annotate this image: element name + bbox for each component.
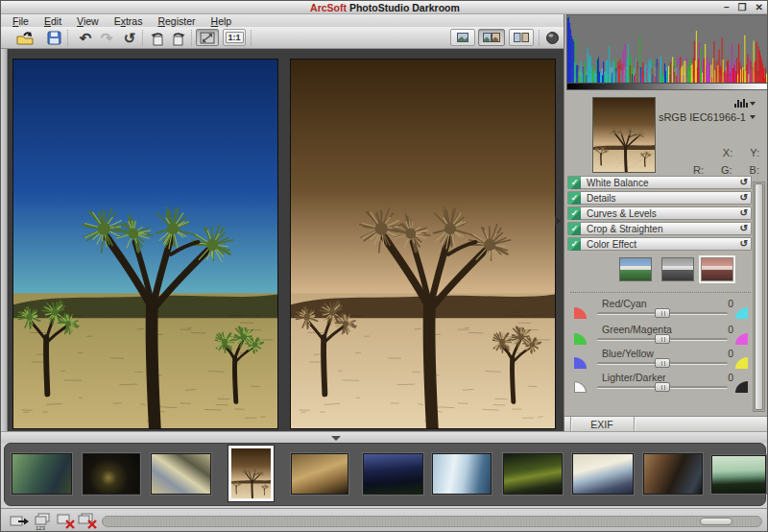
open-folder-icon [15,31,35,46]
photo-before-color[interactable] [12,59,278,429]
reset-icon[interactable] [740,238,748,249]
actual-size-label: 1:1 [226,32,244,43]
revert-button[interactable]: ↺ [120,29,139,47]
app-name: PhotoStudio Darkroom [347,2,460,13]
menu-item-view[interactable]: View [69,15,107,27]
g-label: G: [721,164,732,176]
slider-thumb[interactable] [655,308,670,318]
section-details[interactable]: Details [567,191,752,205]
yellow-swatch [735,357,748,369]
filmstrip-thumb-rusty-machine[interactable] [643,453,703,495]
menu-item-edit[interactable]: Edit [36,15,69,27]
add-files-button[interactable] [10,513,31,530]
joshua-scene [291,60,555,428]
menu-item-help[interactable]: Help [204,15,240,27]
slider-track[interactable] [597,338,728,341]
slider-label: Blue/Yellow [602,348,654,359]
filmstrip-thumb-night-glow[interactable] [83,453,140,495]
magenta-swatch [735,333,748,345]
filmstrip-thumb-waterfall[interactable] [432,453,492,495]
histogram-mode-dropdown[interactable] [734,97,763,109]
slider-thumb[interactable] [655,382,670,392]
svg-text:123: 123 [36,525,46,531]
reset-icon[interactable] [740,223,748,233]
toolbar-separator [539,30,540,46]
add-files-icon [10,513,31,530]
filmstrip-thumb-night-city[interactable] [363,453,423,495]
color-profile-dropdown[interactable]: sRGB IEC61966-1 [659,111,756,123]
filmstrip-thumb-green-vats[interactable] [503,453,563,495]
batch-process-button[interactable]: 123 [34,513,55,530]
slider-track[interactable] [597,362,728,365]
split-view-button[interactable] [509,29,534,46]
y-label: Y: [750,147,759,158]
histogram [567,15,767,83]
fit-to-screen-button[interactable] [196,29,219,46]
preset-sepia[interactable] [701,257,733,281]
help-button[interactable] [543,29,561,47]
filmstrip-thumb-pale-landscape[interactable] [711,455,766,494]
b-label: B: [750,164,759,176]
rotate-left-button[interactable] [147,29,168,47]
open-button[interactable] [14,29,36,47]
toolbar-separator [251,30,252,46]
section-crop-straighten[interactable]: Crop & Straighten [567,222,752,235]
redo-button[interactable]: ↷ [97,29,116,47]
panel-collapse-handle[interactable] [555,213,563,229]
menu-item-extras[interactable]: Extras [107,15,151,27]
reset-icon[interactable] [740,192,748,203]
menu-item-file[interactable]: File [5,15,36,27]
remove-all-icon [78,513,99,530]
close-button[interactable]: ✕ [756,3,763,12]
section-white-balance[interactable]: White Balance [567,176,752,189]
remove-photo-icon [57,513,78,530]
section-curves-levels[interactable]: Curves & Levels [567,206,752,220]
filmstrip-thumb-joshua-sepia[interactable] [228,446,274,501]
photo-after-sepia[interactable] [290,59,556,429]
filmstrip-divider[interactable] [1,431,768,443]
slider-track[interactable] [597,386,728,389]
compare-view-button[interactable] [478,29,505,46]
panel-scrollbar[interactable] [753,181,765,412]
section-color-effect[interactable]: Color Effect [567,237,752,251]
filmstrip-thumb-airplane-bins[interactable] [572,453,634,495]
joshua-scene [13,60,277,428]
scrollbar-thumb[interactable] [700,518,732,525]
filmstrip-thumb-cave-dwelling[interactable] [291,453,348,495]
rotate-right-button[interactable] [168,29,189,47]
exif-tab[interactable]: EXIF [571,419,633,430]
actual-size-button[interactable]: 1:1 [223,29,246,46]
save-floppy-icon [47,31,61,45]
filmstrip-thumb-garden-green[interactable] [12,453,72,495]
toolbar-separator [142,30,143,46]
canvas-left-edge [1,49,8,431]
color-profile-label: sRGB IEC61966-1 [659,111,746,123]
reset-icon[interactable] [740,177,748,187]
single-view-button[interactable] [450,29,475,46]
reset-icon[interactable] [740,207,748,218]
remove-all-button[interactable] [78,513,99,530]
check-icon [568,238,581,251]
histogram-mode-icon [734,99,748,108]
maximize-button[interactable]: ❒ [738,3,747,12]
undo-button[interactable]: ↶ [76,29,95,47]
save-button[interactable] [44,29,63,47]
slider-thumb[interactable] [655,334,670,344]
histogram-plot [567,15,767,83]
slider-value: 0 [710,372,733,383]
rgb-values: R: G: B: [693,164,759,176]
section-label: Crop & Straighten [587,224,663,234]
filmstrip-thumb-tangled-ropes[interactable] [151,453,211,495]
menu-item-register[interactable]: Register [150,15,203,27]
slider-blue-yellow: Blue/Yellow 0 [564,348,768,373]
slider-thumb[interactable] [655,358,670,368]
chevron-down-icon [750,115,756,119]
rotate-right-icon [170,31,187,46]
remove-photo-button[interactable] [57,513,78,530]
filmstrip-scrollbar[interactable] [102,516,762,527]
preset-grayscale[interactable] [661,257,694,281]
preset-color[interactable] [619,257,652,281]
minimize-button[interactable]: – [724,3,730,12]
scrollbar-thumb[interactable] [755,183,763,410]
slider-track[interactable] [597,312,728,315]
